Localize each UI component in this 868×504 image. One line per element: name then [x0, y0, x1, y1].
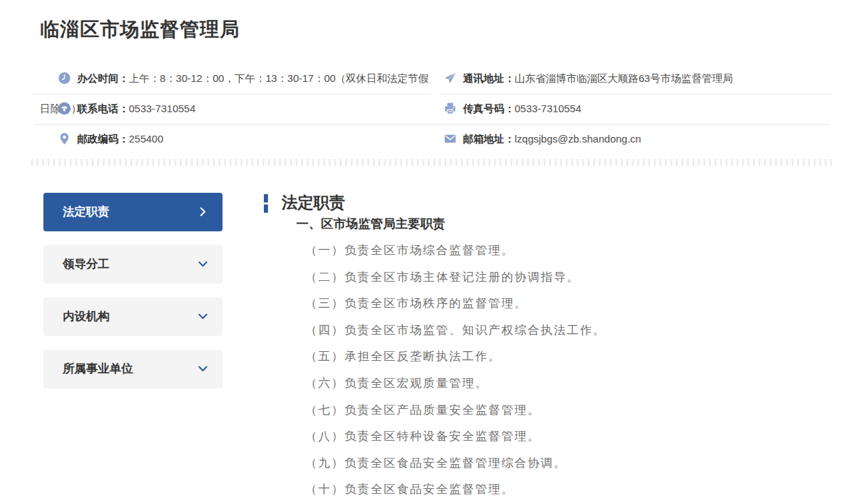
duty-item: （六）负责全区宏观质量管理。 [305, 370, 829, 397]
envelope-icon [444, 132, 457, 145]
chevron-down-icon [197, 363, 209, 375]
paper-plane-icon [444, 72, 457, 85]
sidebar-item-leadership[interactable]: 领导分工 [43, 245, 223, 284]
fax-text: 传真号码：0533-7310554 [444, 103, 581, 114]
sidebar-item-label: 法定职责 [63, 193, 110, 231]
contact-label: 联系电话： [77, 103, 129, 114]
address-row: 通讯地址：山东省淄博市临淄区大顺路63号市场监督管理局 [438, 63, 832, 94]
duty-item: （四）负责全区市场监管、知识产权综合执法工作。 [305, 317, 829, 344]
chevron-down-icon [197, 258, 209, 270]
section-subtitle: 一、区市场监管局主要职责 [296, 216, 445, 232]
contact-value: 山东省淄博市临淄区大顺路63号市场监督管理局 [515, 72, 733, 84]
contact-value: 0533-7310554 [129, 103, 196, 114]
row-divider [440, 94, 831, 94]
page-title: 临淄区市场监督管理局 [40, 17, 240, 43]
sidebar-item-legal-duties[interactable]: 法定职责 [43, 193, 223, 231]
contact-value: lzqgsjbgs@zb.shandong.cn [515, 133, 641, 145]
contact-value: 255400 [129, 133, 163, 145]
duty-item: （三）负责全区市场秩序的监督管理。 [305, 291, 829, 317]
hatched-divider [31, 159, 832, 166]
duty-item: （十）负责全区食品安全监督管理。 [305, 476, 829, 503]
sidebar-item-label: 领导分工 [63, 245, 110, 284]
contact-label: 邮箱地址： [463, 133, 515, 145]
email-row: 邮箱地址：lzqgsjbgs@zb.shandong.cn [438, 124, 832, 154]
address-text: 通讯地址：山东省淄博市临淄区大顺路63号市场监督管理局 [444, 72, 733, 84]
row-divider [33, 124, 831, 125]
postal-code-row: 邮政编码：255400 [40, 124, 431, 154]
sidebar-item-internal-orgs[interactable]: 内设机构 [43, 297, 223, 336]
section-marker [264, 194, 268, 213]
location-pin-icon [58, 132, 71, 145]
duty-item: （九）负责全区食品安全监督管理综合协调。 [305, 450, 829, 477]
phone-icon [58, 102, 71, 115]
sidebar-item-affiliated-units[interactable]: 所属事业单位 [43, 350, 223, 388]
sidebar-item-label: 所属事业单位 [63, 350, 133, 388]
contact-label: 传真号码： [463, 103, 515, 114]
chevron-down-icon [197, 311, 209, 322]
page: 临淄区市场监督管理局 办公时间：上午：8：30-12：00，下午：13：30-1… [0, 0, 868, 504]
fax-row: 传真号码：0533-7310554 [438, 94, 832, 124]
contact-label: 通讯地址： [463, 72, 515, 84]
sidebar-item-label: 内设机构 [63, 297, 110, 336]
contact-label: 办公时间： [77, 72, 129, 84]
duty-item: （八）负责全区特种设备安全监督管理。 [305, 423, 829, 450]
duties-list: （一）负责全区市场综合监督管理。 （二）负责全区市场主体登记注册的协调指导。 （… [305, 238, 829, 503]
section-title: 法定职责 [282, 192, 345, 213]
office-hours-row: 办公时间：上午：8：30-12：00，下午：13：30-17：00（双休日和法定… [40, 63, 431, 94]
fax-icon [444, 102, 457, 115]
duty-item: （二）负责全区市场主体登记注册的协调指导。 [305, 264, 829, 291]
contact-label: 邮政编码： [77, 133, 129, 145]
section-marker-bar [264, 194, 268, 202]
phone-text: 联系电话：0533-7310554 [58, 103, 196, 114]
chevron-right-icon [197, 206, 209, 218]
section-marker-bar [264, 204, 268, 213]
phone-row: 联系电话：0533-7310554 [40, 94, 431, 124]
contact-value: 0533-7310554 [515, 103, 581, 114]
duty-item: （一）负责全区市场综合监督管理。 [305, 238, 829, 264]
email-text: 邮箱地址：lzqgsjbgs@zb.shandong.cn [444, 133, 641, 145]
duty-item: （五）承担全区反垄断执法工作。 [305, 344, 829, 370]
postal-text: 邮政编码：255400 [58, 133, 163, 145]
clock-icon [58, 72, 71, 85]
duty-item: （七）负责全区产品质量安全监督管理。 [305, 397, 829, 424]
